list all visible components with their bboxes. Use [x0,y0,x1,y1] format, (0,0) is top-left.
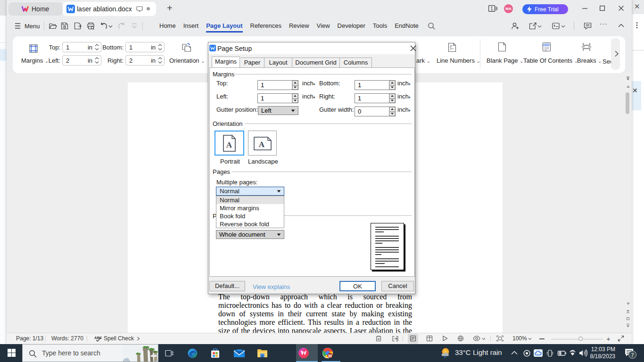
svg-text:1: 1 [490,6,493,11]
svg-text:M: M [328,354,332,358]
svg-text:A: A [259,140,265,149]
svg-text:A: A [226,140,232,149]
svg-text:2: 2 [450,47,452,50]
